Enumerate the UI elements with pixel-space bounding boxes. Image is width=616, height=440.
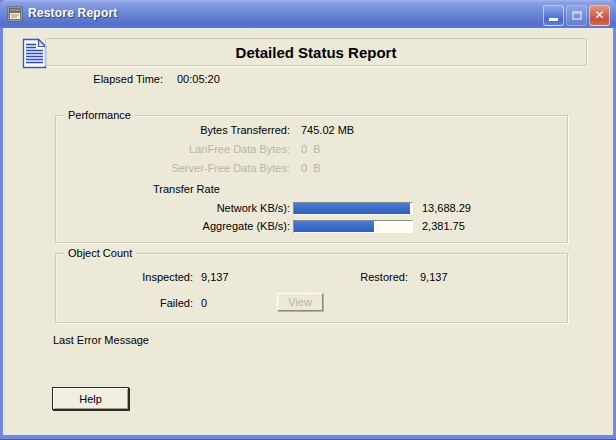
lanfree-bytes-value: 0 B xyxy=(301,142,321,156)
bytes-transferred-label: Bytes Transferred: xyxy=(100,123,290,137)
view-button-label: View xyxy=(288,296,312,308)
object-count-group: Object Count xyxy=(55,253,568,323)
close-icon xyxy=(590,8,609,22)
close-button[interactable] xyxy=(589,5,610,26)
transfer-rate-label: Transfer Rate xyxy=(153,182,220,196)
elapsed-time-value: 00:05:20 xyxy=(177,72,220,86)
minimize-icon xyxy=(549,18,558,21)
report-header: Detailed Status Report xyxy=(45,38,587,66)
aggregate-rate-bar xyxy=(293,220,413,233)
report-title: Detailed Status Report xyxy=(236,44,397,61)
elapsed-time-label: Elapsed Time: xyxy=(60,72,163,86)
minimize-button[interactable] xyxy=(543,5,564,26)
help-button-label: Help xyxy=(79,393,102,405)
failed-value: 0 xyxy=(201,296,207,310)
inspected-label: Inspected: xyxy=(93,270,193,284)
restore-report-window: Restore Report Detailed Status Report El… xyxy=(0,0,616,440)
window-icon xyxy=(7,6,23,22)
network-rate-label: Network KB/s): xyxy=(100,201,290,215)
maximize-button[interactable] xyxy=(566,5,587,26)
aggregate-rate-label: Aggregate (KB/s): xyxy=(100,219,290,233)
restored-label: Restored: xyxy=(308,270,408,284)
object-count-group-label: Object Count xyxy=(64,246,136,260)
titlebar[interactable]: Restore Report xyxy=(0,0,616,28)
network-rate-value: 13,688.29 xyxy=(422,201,471,215)
bytes-transferred-value: 745.02 MB xyxy=(301,123,354,137)
last-error-message-label: Last Error Message xyxy=(53,333,149,347)
help-button[interactable]: Help xyxy=(52,387,129,410)
aggregate-rate-bar-fill xyxy=(294,221,374,232)
maximize-icon xyxy=(572,11,582,20)
lanfree-bytes-label: LanFree Data Bytes: xyxy=(100,142,290,156)
aggregate-rate-value: 2,381.75 xyxy=(422,219,465,233)
window-title: Restore Report xyxy=(28,6,117,20)
restored-value: 9,137 xyxy=(420,270,448,284)
network-rate-bar xyxy=(293,202,413,215)
inspected-value: 9,137 xyxy=(201,270,229,284)
serverfree-bytes-label: Server-Free Data Bytes: xyxy=(100,161,290,175)
failed-label: Failed: xyxy=(93,296,193,310)
performance-group-label: Performance xyxy=(64,108,135,122)
view-button[interactable]: View xyxy=(277,293,323,311)
document-icon xyxy=(22,38,47,69)
serverfree-bytes-value: 0 B xyxy=(301,161,321,175)
network-rate-bar-fill xyxy=(294,203,410,214)
